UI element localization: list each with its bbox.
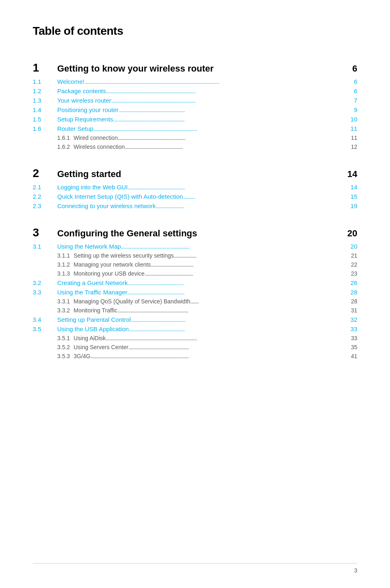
section-page: 14 xyxy=(345,169,357,180)
toc-entry: 3.2 Creating a Guest Network ...........… xyxy=(33,278,357,287)
toc-entries: 1 Getting to know your wireless router 6… xyxy=(33,52,357,361)
subsection-dots: ........................................… xyxy=(84,78,345,85)
toc-entry: 1.3 Your wireless router ...............… xyxy=(33,96,357,105)
toc-entry: 3.5 Using the USB Application ..........… xyxy=(33,324,357,334)
subsection-dots: ...................... xyxy=(156,202,345,209)
subsection-title: Logging into the Web GUI xyxy=(57,184,128,191)
toc-entry: 3.1 Using the Network Map ..............… xyxy=(33,242,357,251)
toc-entry: 1.6.1 Wired connection .................… xyxy=(33,133,357,142)
subsection-page: 6 xyxy=(345,78,357,85)
subsection-num: 2.1 xyxy=(33,184,57,191)
sub2-dots: ................... xyxy=(174,252,345,259)
subsection-dots: ........................................… xyxy=(127,289,345,296)
sub2-page: 22 xyxy=(345,261,357,268)
sub2-title: Monitoring Traffic xyxy=(74,307,117,314)
subsection-dots: ........................................… xyxy=(93,125,345,132)
subsection-title: Using the Traffic Manager xyxy=(57,289,127,296)
section-header: 3 Configuring the General settings 20 xyxy=(33,217,357,240)
section-dots xyxy=(214,66,345,73)
toc-entry: 1.5 Setup Requirements .................… xyxy=(33,114,357,124)
section-num: 2 xyxy=(33,167,57,180)
sub2-inner-num: 1.6.2 xyxy=(57,144,74,150)
subsection-dots: ........................................… xyxy=(131,316,345,323)
subsection-dots: ........................................… xyxy=(128,279,345,286)
subsection-page: 11 xyxy=(345,125,357,132)
section-title: Configuring the General settings xyxy=(57,228,197,239)
subsection-dots: ......... xyxy=(183,193,345,200)
section-page: 6 xyxy=(345,63,357,74)
sub2-inner-num: 3.1.1 xyxy=(57,252,74,259)
subsection-num: 1.1 xyxy=(33,78,57,85)
subsection-page: 20 xyxy=(345,243,357,250)
subsection-page: 28 xyxy=(345,289,357,296)
sub2-dots: ........................................… xyxy=(125,144,345,150)
section-header: 1 Getting to know your wireless router 6 xyxy=(33,52,357,75)
section-title: Getting to know your wireless router xyxy=(57,63,214,74)
toc-entry: 3.1.1 Setting up the wireless security s… xyxy=(33,251,357,260)
toc-entry: 1.1 Welcome! ...........................… xyxy=(33,77,357,86)
section-num: 3 xyxy=(33,226,57,239)
subsection-page: 33 xyxy=(345,325,357,332)
sub2-inner-num: 3.3.2 xyxy=(57,307,74,314)
subsection-page: 32 xyxy=(345,316,357,323)
sub2-page: 28 xyxy=(345,298,357,305)
subsection-page: 19 xyxy=(345,202,357,209)
sub2-dots: .................................... xyxy=(151,261,345,268)
subsection-page: 26 xyxy=(345,279,357,286)
subsection-page: 7 xyxy=(345,97,357,104)
toc-entry: 3.3 Using the Traffic Manager ..........… xyxy=(33,287,357,297)
subsection-num: 1.2 xyxy=(33,88,57,94)
subsection-dots: ........................................… xyxy=(119,106,345,113)
section-dots xyxy=(197,231,345,238)
subsection-title: Using the Network Map xyxy=(57,243,121,250)
sub2-dots: ........................................… xyxy=(117,307,345,314)
subsection-page: 15 xyxy=(345,193,357,200)
subsection-num: 3.3 xyxy=(33,289,57,296)
section-header: 2 Getting started 14 xyxy=(33,158,357,181)
toc-entry: 3.5.3 3G/4G ............................… xyxy=(33,352,357,361)
sub2-inner-num: 3.1.3 xyxy=(57,270,74,277)
subsection-num: 3.1 xyxy=(33,243,57,250)
sub2-dots: ........................................… xyxy=(90,353,345,359)
toc-entry: 3.3.1 Managing QoS (Quality of Service) … xyxy=(33,297,357,306)
sub2-dots: ........................................… xyxy=(118,135,345,141)
subsection-title: Positioning your router xyxy=(57,106,119,113)
page: Table of contents 1 Getting to know your… xyxy=(0,0,390,588)
subsection-dots: ........................................… xyxy=(113,116,345,123)
toc-entry: 3.1.3 Monitoring your USB device .......… xyxy=(33,269,357,278)
toc-entry: 3.3.2 Monitoring Traffic ...............… xyxy=(33,306,357,315)
sub2-inner-num: 1.6.1 xyxy=(57,135,74,141)
subsection-title: Quick Internet Setup (QIS) with Auto-det… xyxy=(57,193,183,200)
sub2-dots: ....... xyxy=(191,298,345,305)
subsection-num: 1.6 xyxy=(33,125,57,132)
subsection-title: Setting up Parental Control xyxy=(57,316,131,323)
sub2-title: Wireless connection xyxy=(74,144,125,150)
sub2-page: 35 xyxy=(345,344,357,350)
sub2-dots: ........................................… xyxy=(145,270,345,277)
sub2-title: Using Servers Center xyxy=(74,344,128,350)
subsection-dots: ........................................… xyxy=(106,88,345,94)
section-title: Getting started xyxy=(57,169,121,180)
sub2-inner-num: 3.5.1 xyxy=(57,335,74,341)
sub2-inner-num: 3.5.2 xyxy=(57,344,74,350)
sub2-inner-num: 3.1.2 xyxy=(57,261,74,268)
subsection-num: 2.3 xyxy=(33,202,57,209)
sub2-title: Setting up the wireless security setting… xyxy=(74,252,174,259)
toc-entry: 2.2 Quick Internet Setup (QIS) with Auto… xyxy=(33,192,357,201)
section-num: 1 xyxy=(33,61,57,74)
toc-entry: 3.4 Setting up Parental Control ........… xyxy=(33,315,357,324)
toc-entry: 3.5.2 Using Servers Center .............… xyxy=(33,343,357,352)
subsection-title: Package contents xyxy=(57,88,106,94)
subsection-title: Setup Requirements xyxy=(57,116,113,123)
subsection-title: Router Setup xyxy=(57,125,93,132)
subsection-num: 1.4 xyxy=(33,106,57,113)
subsection-dots: ........................................… xyxy=(129,325,345,332)
sub2-title: Managing your network clients xyxy=(74,261,151,268)
subsection-num: 3.2 xyxy=(33,279,57,286)
toc-entry: 3.5.1 Using AiDisk .....................… xyxy=(33,334,357,343)
subsection-num: 3.4 xyxy=(33,316,57,323)
subsection-page: 10 xyxy=(345,116,357,123)
subsection-title: Connecting to your wireless network xyxy=(57,202,156,209)
subsection-num: 3.5 xyxy=(33,325,57,332)
sub2-page: 31 xyxy=(345,307,357,314)
